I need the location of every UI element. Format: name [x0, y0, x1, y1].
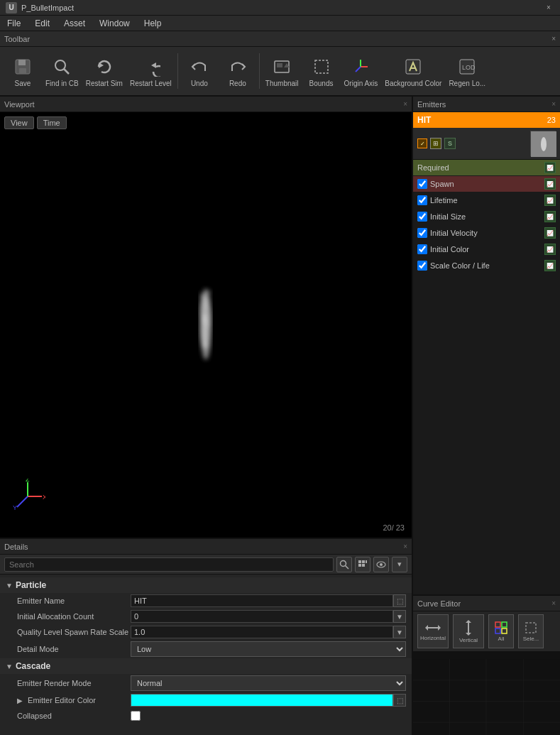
emitter-name-row: Emitter Name ⬚ — [0, 593, 412, 609]
search-icon-btn[interactable] — [336, 557, 352, 572]
eye-icon-btn[interactable] — [373, 557, 389, 572]
emitter-name-input[interactable] — [131, 594, 393, 607]
grid-icon-btn[interactable] — [355, 557, 370, 572]
viewport-close[interactable]: × — [403, 100, 407, 108]
emitter-header-bar[interactable]: HIT 23 — [413, 112, 560, 128]
svg-point-32 — [341, 560, 346, 566]
details-header: Details × — [0, 539, 412, 555]
emitter-editor-color-expand[interactable]: ▶ — [17, 697, 23, 704]
initial-color-checkbox[interactable] — [417, 244, 427, 254]
curve-selected-btn[interactable]: Sele... — [518, 614, 544, 648]
chevron-down-icon-btn[interactable]: ▾ — [392, 557, 407, 572]
initial-size-checkbox[interactable] — [417, 212, 427, 222]
initial-allocation-value: ▼ — [131, 610, 406, 623]
menu-asset[interactable]: Asset — [57, 16, 92, 31]
cascade-section-title: Cascade — [16, 661, 50, 671]
title-bar: U P_BulletImpact × — [0, 0, 560, 16]
lifetime-graph-btn[interactable]: 📈 — [544, 195, 556, 206]
lifetime-checkbox[interactable] — [417, 195, 427, 205]
title-bar-close[interactable]: × — [543, 2, 554, 13]
menu-edit[interactable]: Edit — [28, 16, 57, 31]
initial-allocation-input[interactable] — [131, 610, 393, 623]
module-required[interactable]: Required 📈 — [413, 160, 560, 176]
horizontal-icon — [425, 622, 441, 633]
collapsed-checkbox[interactable] — [131, 711, 141, 721]
initial-allocation-label: Initial Allocation Count — [17, 612, 131, 621]
menu-bar: File Edit Asset Window Help — [0, 16, 560, 31]
particle-effect — [177, 267, 234, 383]
spawn-graph-btn[interactable]: 📈 — [544, 178, 556, 190]
detail-mode-select[interactable]: LowMediumHigh — [131, 641, 406, 657]
module-initial-velocity[interactable]: Initial Velocity 📈 — [413, 225, 560, 241]
selected-label: Sele... — [523, 636, 539, 642]
details-panel: Details × ▾ ▼ Particl — [0, 538, 412, 735]
scale-color-life-checkbox[interactable] — [417, 261, 427, 271]
module-lifetime[interactable]: Lifetime 📈 — [413, 192, 560, 209]
save-button[interactable]: Save — [4, 50, 41, 92]
particle-section-header[interactable]: ▼ Particle — [0, 577, 412, 593]
emitter-editor-color-value: ⬚ — [131, 694, 406, 707]
particle-section-arrow: ▼ — [6, 582, 13, 589]
restart-level-button[interactable]: Restart Level — [127, 50, 175, 92]
regen-lod-button[interactable]: LOD Regen Lo... — [446, 50, 488, 92]
curve-horizontal-btn[interactable]: Horizontal — [417, 614, 449, 648]
bounds-label: Bounds — [309, 80, 334, 87]
initial-allocation-spin-btn[interactable]: ▼ — [393, 610, 406, 623]
initial-velocity-checkbox[interactable] — [417, 228, 427, 238]
emitter-name-label: Emitter Name — [17, 597, 131, 605]
emitter-editor-color-label: ▶ Emitter Editor Color — [17, 696, 131, 704]
emitter-grid-icon[interactable]: ⊞ — [430, 138, 441, 149]
curve-all-btn[interactable]: All — [488, 614, 514, 648]
vertical-label: Vertical — [459, 637, 478, 643]
search-input[interactable] — [4, 557, 334, 572]
module-scale-color-life[interactable]: Scale Color / Life 📈 — [413, 258, 560, 274]
quality-level-spin-btn[interactable]: ▼ — [393, 626, 406, 638]
undo-button[interactable]: Undo — [181, 50, 218, 92]
svg-line-33 — [346, 565, 349, 569]
menu-file[interactable]: File — [0, 16, 28, 31]
restart-level-icon — [139, 55, 162, 78]
svg-rect-54 — [413, 659, 560, 735]
svg-point-23 — [199, 293, 205, 298]
emitter-render-mode-select[interactable]: NormalPointCrossNone — [131, 675, 406, 691]
spawn-checkbox[interactable] — [417, 179, 427, 189]
time-button[interactable]: Time — [37, 116, 67, 129]
view-button[interactable]: View — [4, 116, 34, 129]
curve-editor-close[interactable]: × — [551, 599, 556, 607]
details-close[interactable]: × — [403, 543, 407, 550]
scale-color-life-graph-btn[interactable]: 📈 — [544, 260, 556, 271]
menu-help[interactable]: Help — [137, 16, 169, 31]
emitter-name-browse-btn[interactable]: ⬚ — [393, 594, 406, 607]
origin-axis-button[interactable]: Origin Axis — [341, 50, 381, 92]
emitter-editor-color-btn[interactable]: ⬚ — [393, 694, 406, 707]
svg-rect-2 — [19, 68, 26, 74]
initial-size-graph-btn[interactable]: 📈 — [544, 211, 556, 222]
emitter-enabled-toggle[interactable]: ✓ — [417, 138, 427, 148]
initial-velocity-graph-btn[interactable]: 📈 — [544, 227, 556, 239]
initial-color-graph-btn[interactable]: 📈 — [544, 244, 556, 255]
cascade-section-header[interactable]: ▼ Cascade — [0, 658, 412, 674]
cascade-section-arrow: ▼ — [6, 663, 13, 670]
background-color-button[interactable]: Background Color — [382, 50, 444, 92]
collapsed-label: Collapsed — [17, 712, 131, 720]
emitter-solo-btn[interactable]: S — [444, 138, 456, 149]
module-initial-size[interactable]: Initial Size 📈 — [413, 209, 560, 225]
redo-button[interactable]: Redo — [219, 50, 256, 92]
bounds-button[interactable]: Bounds — [303, 50, 340, 92]
module-initial-color[interactable]: Initial Color 📈 — [413, 241, 560, 258]
thumbnail-button[interactable]: Thumbnail — [263, 50, 302, 92]
restart-sim-button[interactable]: Restart Sim — [83, 50, 126, 92]
required-graph-btn[interactable]: 📈 — [544, 162, 556, 173]
svg-point-22 — [205, 295, 209, 310]
emitter-count: 23 — [547, 116, 556, 124]
find-in-cb-button[interactable]: Find in CB — [43, 50, 82, 92]
curve-vertical-btn[interactable]: Vertical — [453, 614, 484, 648]
emitter-editor-color-bar[interactable] — [131, 694, 393, 707]
menu-window[interactable]: Window — [92, 16, 137, 31]
svg-text:Y: Y — [13, 504, 17, 511]
quality-level-input[interactable] — [131, 626, 393, 638]
toolbar-close-btn[interactable]: × — [551, 35, 556, 43]
find-in-cb-icon — [50, 55, 73, 78]
emitters-close[interactable]: × — [551, 100, 556, 108]
module-spawn[interactable]: Spawn 📈 — [413, 176, 560, 192]
